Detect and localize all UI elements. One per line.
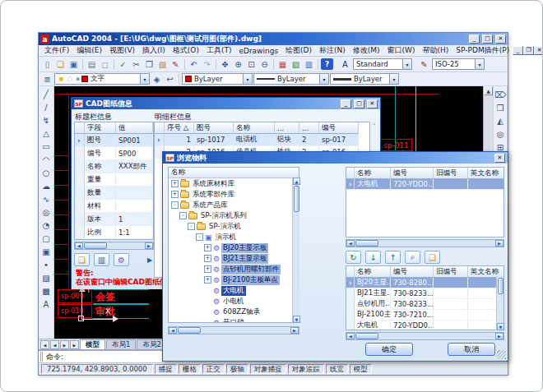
text-style-combo[interactable]: Standard ▾ [353, 58, 412, 70]
layers-icon[interactable]: ≣ [41, 73, 53, 85]
match-properties-icon[interactable]: ✎ [169, 58, 182, 70]
doc-minimize-button[interactable]: _ [513, 46, 523, 55]
search-icon[interactable]: ⌕ [405, 251, 420, 264]
tree-node[interactable]: +系统零部件库 [169, 189, 299, 200]
tree-node[interactable]: +⚙点钞机用螺钉部件 [169, 264, 299, 274]
tree-node[interactable]: -SP-演示机 [169, 221, 299, 232]
menu-item[interactable]: 帮助(H) [420, 45, 452, 56]
scroll-up-icon[interactable]: ▲ [484, 86, 493, 95]
scroll-down-icon[interactable]: ▼ [497, 323, 504, 330]
import-icon[interactable]: ↓ [365, 251, 381, 264]
title-bar[interactable]: a AutoCAD 2004 - [E:\UG\dwg\图框\测试用图(部件).… [39, 33, 508, 45]
scroll-thumb[interactable] [355, 240, 378, 247]
scroll-thumb[interactable] [498, 278, 504, 294]
table-vscrollbar[interactable]: ▼ [496, 276, 504, 330]
rectangle-icon[interactable]: ▭ [39, 140, 53, 153]
insert-block-icon[interactable]: ▢ [39, 232, 53, 245]
tree-node[interactable]: -▣演示机 [169, 232, 299, 242]
save-icon[interactable]: ▣ [67, 58, 80, 70]
zoom-previous-icon[interactable]: ⊖ [258, 58, 271, 70]
tab-布局1[interactable]: 布局1 [106, 339, 136, 349]
menu-item[interactable]: 工具(T) [203, 45, 235, 56]
close-button[interactable]: ✕ [494, 154, 505, 163]
menu-item[interactable]: 编辑(E) [73, 45, 105, 56]
expand-toggle-icon[interactable]: - [188, 223, 195, 230]
revcloud-icon[interactable]: ☁ [39, 179, 53, 192]
cut-icon[interactable]: ✂ [130, 58, 142, 70]
gradient-icon[interactable]: ▩ [39, 284, 53, 297]
status-toggle-对象追踪[interactable]: 对象追踪 [288, 364, 324, 374]
new-icon[interactable]: ▯ [41, 58, 53, 70]
open-icon[interactable]: ❏ [54, 58, 67, 70]
titleblock-hscrollbar[interactable]: ◀ ▶ [74, 242, 154, 250]
open-folder-icon[interactable]: ❏ [425, 251, 440, 264]
titleblock-table[interactable]: 字段值›图号SP001编号SP00名称XXX部件重量数量材料版本1比例1:1 [74, 122, 154, 240]
menu-item[interactable]: 标注(N) [316, 45, 349, 56]
columns-icon[interactable]: ▥ [94, 253, 109, 266]
hatch-icon[interactable]: ▨ [39, 271, 53, 284]
undo-icon[interactable]: ↶ [188, 58, 200, 70]
layer-previous-icon[interactable]: ↩ [164, 73, 176, 85]
layer-combo[interactable]: ●○▪ 文字 ▾ [54, 73, 150, 85]
chevron-down-icon[interactable]: ▾ [475, 59, 484, 69]
chevron-down-icon[interactable]: ▾ [319, 74, 328, 84]
lineweight-combo[interactable]: ByLayer ▾ [330, 73, 399, 85]
redo-icon[interactable]: ↷ [201, 58, 213, 70]
scroll-left-icon[interactable]: ◀ [75, 242, 83, 249]
tab-last-icon[interactable]: ▶ [70, 340, 79, 349]
tree-node[interactable]: ⚙608ZZ轴承 [169, 307, 299, 317]
expand-toggle-icon[interactable]: - [196, 233, 203, 241]
scroll-thumb[interactable] [294, 186, 299, 212]
tab-first-icon[interactable]: ◀ [40, 340, 49, 349]
maximize-button[interactable]: □ [354, 99, 364, 108]
scroll-left-icon[interactable]: ◀ [169, 327, 177, 334]
bottom-table-hscrollbar[interactable]: ◀ ▶ [346, 332, 504, 340]
lock-icon[interactable]: ▪ [74, 73, 81, 85]
top-table-hscrollbar[interactable]: ◀ ▶ [346, 239, 504, 247]
chevron-down-icon[interactable]: ▾ [140, 74, 149, 84]
copy-icon[interactable]: ❐ [494, 101, 507, 114]
ok-button[interactable]: 确定 [365, 343, 413, 356]
tab-next-icon[interactable]: ▶ [60, 340, 69, 349]
scroll-right-icon[interactable]: ▶ [290, 327, 299, 334]
menu-item[interactable]: SP-PDM插件(P) [452, 45, 513, 56]
expand-toggle-icon[interactable]: - [179, 212, 187, 219]
refresh-icon[interactable]: ↻ [346, 251, 361, 264]
zoom-realtime-icon[interactable]: ⊕ [232, 58, 244, 70]
ellipse-icon[interactable]: ◎ [39, 205, 53, 219]
dim-style-combo[interactable]: ISO-25 ▾ [432, 58, 485, 70]
status-toggle-对象捕捉[interactable]: 对象捕捉 [250, 364, 286, 374]
zoom-window-icon[interactable]: ⊡ [245, 58, 258, 70]
polyline-icon[interactable]: ↯ [39, 113, 53, 127]
menu-item[interactable]: eDrawings [235, 47, 281, 55]
export-icon[interactable]: ↑ [385, 251, 401, 264]
chevron-down-icon[interactable]: ▾ [402, 59, 411, 69]
color-combo[interactable]: ByLayer ▾ [182, 73, 253, 85]
scroll-chevron-icon[interactable]: ˄ [373, 123, 376, 130]
menu-item[interactable]: 插入(I) [139, 45, 169, 56]
resize-grip[interactable] [497, 350, 506, 359]
minimize-button[interactable]: _ [341, 99, 351, 108]
tree-node[interactable]: -SP-演示机系列 [169, 210, 299, 221]
tree-node[interactable]: -系统产品库 [169, 200, 299, 210]
doc-restore-button[interactable]: ❐ [523, 46, 534, 55]
tree-node[interactable]: +⚙BJ20主显示板 [169, 242, 299, 253]
dialog-titlebar[interactable]: SP 浏览物料 ✕ [163, 152, 508, 164]
selected-material-table[interactable]: 名称编号旧编号英文名称›大电机720-YDD0... [346, 167, 504, 238]
text-style-icon[interactable]: A [339, 58, 351, 70]
material-tree[interactable]: 名称 +系统原材料库+系统零部件库-系统产品库-SP-演示机系列-SP-演示机-… [168, 167, 299, 323]
chevron-down-icon[interactable]: ▾ [243, 74, 252, 84]
toolbar-overflow-icon[interactable]: ▶ [147, 256, 152, 264]
menu-item[interactable]: 视图(V) [106, 45, 138, 56]
circle-icon[interactable]: ○ [39, 166, 53, 179]
spell-icon[interactable]: ✓ [117, 58, 129, 70]
tree-hscrollbar[interactable]: ◀ ▶ [168, 326, 299, 334]
expand-toggle-icon[interactable]: + [204, 276, 211, 284]
open-folder-icon[interactable]: ❏ [74, 253, 90, 266]
doc-close-button[interactable]: ✕ [534, 46, 543, 55]
status-toggle-捕捉[interactable]: 捕捉 [155, 364, 177, 374]
status-toggle-线宽[interactable]: 线宽 [326, 364, 348, 374]
scroll-left-icon[interactable]: ◀ [346, 240, 355, 247]
construction-line-icon[interactable]: ∕ [39, 100, 53, 113]
expand-toggle-icon[interactable]: + [204, 244, 211, 251]
